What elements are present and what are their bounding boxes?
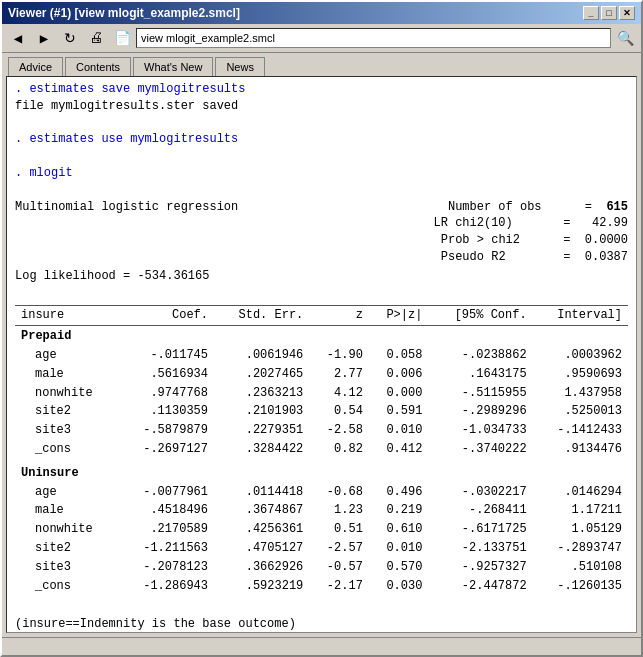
cell-prepaid-cons-se: .3284422 <box>214 440 309 459</box>
window-title: Viewer (#1) [view mlogit_example2.smcl] <box>8 6 583 20</box>
cell-prepaid-cons-name: _cons <box>15 440 119 459</box>
cell-uninsure-cons-name: _cons <box>15 577 119 596</box>
col-header-insure: insure <box>15 306 119 326</box>
close-button[interactable]: ✕ <box>619 6 635 20</box>
status-bar <box>2 637 641 655</box>
cell-prepaid-site2-pz: 0.591 <box>369 402 429 421</box>
cell-prepaid-age-pz: 0.058 <box>369 346 429 365</box>
cell-prepaid-age-name: age <box>15 346 119 365</box>
back-button[interactable]: ◀ <box>6 27 30 49</box>
log-likelihood: Log likelihood = -534.36165 <box>15 268 628 285</box>
table-row: site2 -1.211563 .4705127 -2.57 0.010 -2.… <box>15 539 628 558</box>
cell-uninsure-cons-se: .5923219 <box>214 577 309 596</box>
table-row: male .4518496 .3674867 1.23 0.219 -.2684… <box>15 501 628 520</box>
back-icon: ◀ <box>14 30 22 47</box>
address-value: view mlogit_example2.smcl <box>141 32 275 44</box>
cell-uninsure-nonwhite-ciu: 1.05129 <box>533 520 628 539</box>
table-header-row: insure Coef. Std. Err. z P>|z| [95% Conf… <box>15 306 628 326</box>
cell-uninsure-age-pz: 0.496 <box>369 483 429 502</box>
search-icon: 🔍 <box>617 30 634 47</box>
cell-prepaid-age-ciu: .0003962 <box>533 346 628 365</box>
group-prepaid-header: Prepaid <box>15 326 628 346</box>
address-bar[interactable]: view mlogit_example2.smcl <box>136 28 611 48</box>
cell-prepaid-cons-cil: -.3740222 <box>428 440 532 459</box>
tab-advice[interactable]: Advice <box>8 57 63 76</box>
cell-prepaid-age-cil: -.0238862 <box>428 346 532 365</box>
cell-uninsure-male-ciu: 1.17211 <box>533 501 628 520</box>
cell-prepaid-site2-coef: .1130359 <box>119 402 214 421</box>
cell-prepaid-male-ciu: .9590693 <box>533 365 628 384</box>
forward-icon: ▶ <box>40 30 48 47</box>
file-icon: 📄 <box>114 30 131 47</box>
cell-prepaid-age-coef: -.011745 <box>119 346 214 365</box>
toolbar: ◀ ▶ ↻ 🖨 📄 view mlogit_example2.smcl 🔍 <box>2 24 641 53</box>
regression-header: Multinomial logistic regression Number o… <box>15 199 628 266</box>
file-button[interactable]: 📄 <box>110 27 134 49</box>
tab-whats-new[interactable]: What's New <box>133 57 213 76</box>
cell-uninsure-site3-ciu: .510108 <box>533 558 628 577</box>
cell-uninsure-age-z: -0.68 <box>309 483 369 502</box>
cell-uninsure-age-ciu: .0146294 <box>533 483 628 502</box>
refresh-button[interactable]: ↻ <box>58 27 82 49</box>
cell-prepaid-nonwhite-coef: .9747768 <box>119 384 214 403</box>
stats-right: Number of obs = 615 LR chi2(10) = 42.99 … <box>434 199 628 266</box>
table-row: nonwhite .2170589 .4256361 0.51 0.610 -.… <box>15 520 628 539</box>
cell-uninsure-site3-coef: -.2078123 <box>119 558 214 577</box>
cell-uninsure-age-name: age <box>15 483 119 502</box>
table-row: age -.0077961 .0114418 -0.68 0.496 -.030… <box>15 483 628 502</box>
refresh-icon: ↻ <box>64 30 76 46</box>
cell-prepaid-age-z: -1.90 <box>309 346 369 365</box>
cell-uninsure-site3-pz: 0.570 <box>369 558 429 577</box>
maximize-button[interactable]: □ <box>601 6 617 20</box>
table-row: site3 -.2078123 .3662926 -0.57 0.570 -.9… <box>15 558 628 577</box>
minimize-button[interactable]: _ <box>583 6 599 20</box>
print-button[interactable]: 🖨 <box>84 27 108 49</box>
col-header-pz: P>|z| <box>369 306 429 326</box>
col-header-interval: Interval] <box>533 306 628 326</box>
cell-uninsure-male-z: 1.23 <box>309 501 369 520</box>
cell-prepaid-nonwhite-cil: -.5115955 <box>428 384 532 403</box>
cell-prepaid-cons-coef: -.2697127 <box>119 440 214 459</box>
cell-prepaid-cons-z: 0.82 <box>309 440 369 459</box>
search-button[interactable]: 🔍 <box>613 27 637 49</box>
cell-uninsure-cons-z: -2.17 <box>309 577 369 596</box>
regression-title: Multinomial logistic regression <box>15 199 238 266</box>
cell-uninsure-site3-z: -0.57 <box>309 558 369 577</box>
cell-uninsure-age-se: .0114418 <box>214 483 309 502</box>
forward-button[interactable]: ▶ <box>32 27 56 49</box>
cell-prepaid-nonwhite-pz: 0.000 <box>369 384 429 403</box>
tab-contents[interactable]: Contents <box>65 57 131 76</box>
table-row: site3 -.5879879 .2279351 -2.58 0.010 -1.… <box>15 421 628 440</box>
regression-table: insure Coef. Std. Err. z P>|z| [95% Conf… <box>15 305 628 595</box>
cell-prepaid-site3-cil: -1.034733 <box>428 421 532 440</box>
cell-uninsure-nonwhite-cil: -.6171725 <box>428 520 532 539</box>
cell-uninsure-nonwhite-se: .4256361 <box>214 520 309 539</box>
cell-prepaid-nonwhite-z: 4.12 <box>309 384 369 403</box>
cell-uninsure-male-coef: .4518496 <box>119 501 214 520</box>
cell-uninsure-site2-ciu: -.2893747 <box>533 539 628 558</box>
cell-uninsure-site2-coef: -1.211563 <box>119 539 214 558</box>
cell-uninsure-site2-pz: 0.010 <box>369 539 429 558</box>
cell-prepaid-nonwhite-se: .2363213 <box>214 384 309 403</box>
cell-uninsure-site2-z: -2.57 <box>309 539 369 558</box>
cell-prepaid-site3-ciu: -.1412433 <box>533 421 628 440</box>
group-prepaid-label: Prepaid <box>15 326 628 346</box>
scroll-container[interactable]: . estimates save mymlogitresults file my… <box>7 77 636 632</box>
output-line-1: . estimates save mymlogitresults file my… <box>15 81 628 115</box>
cell-uninsure-cons-pz: 0.030 <box>369 577 429 596</box>
tab-news[interactable]: News <box>215 57 265 76</box>
cell-prepaid-male-coef: .5616934 <box>119 365 214 384</box>
cell-prepaid-site3-se: .2279351 <box>214 421 309 440</box>
group-uninsure-header: Uninsure <box>15 459 628 483</box>
cell-prepaid-male-se: .2027465 <box>214 365 309 384</box>
window-controls: _ □ ✕ <box>583 6 635 20</box>
print-icon: 🖨 <box>89 30 103 46</box>
content-area: . estimates save mymlogitresults file my… <box>6 76 637 633</box>
table-row: _cons -1.286943 .5923219 -2.17 0.030 -2.… <box>15 577 628 596</box>
cell-uninsure-cons-cil: -2.447872 <box>428 577 532 596</box>
cell-prepaid-cons-ciu: .9134476 <box>533 440 628 459</box>
cell-uninsure-age-cil: -.0302217 <box>428 483 532 502</box>
col-header-conf: [95% Conf. <box>428 306 532 326</box>
cell-prepaid-site3-coef: -.5879879 <box>119 421 214 440</box>
cell-uninsure-cons-ciu: -.1260135 <box>533 577 628 596</box>
